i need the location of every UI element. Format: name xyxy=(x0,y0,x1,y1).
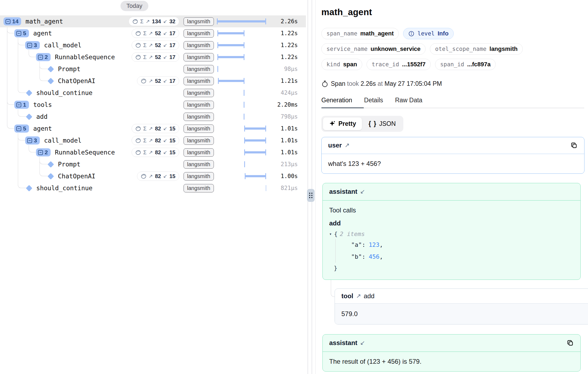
trace-row-math_agent[interactable]: 14math_agentΣ↗134↙32langsmith2.26s xyxy=(0,15,306,27)
span-detail-panel: math_agent span_namemath_agentlevelInfos… xyxy=(315,0,588,374)
meta-pill-level: levelInfo xyxy=(403,28,454,39)
token-usage-pill: ↗52↙17 xyxy=(137,76,179,86)
output-tokens: 17 xyxy=(169,30,175,37)
arrow-up-right-icon: ↗ xyxy=(149,126,153,132)
panel-divider[interactable] xyxy=(306,0,315,374)
duration-label: 1.22s xyxy=(281,51,298,63)
tokens-icon xyxy=(135,31,141,36)
trace-row-call_model[interactable]: 3call_modelΣ↗52↙17langsmith1.22s xyxy=(0,39,306,51)
trace-row-ChatOpenAI[interactable]: ChatOpenAI↗82↙15langsmith1.00s xyxy=(0,170,306,182)
braces-icon: { } xyxy=(368,120,377,127)
duration-label: 1.01s xyxy=(281,134,298,146)
drag-dots-icon xyxy=(309,193,312,198)
divider-line xyxy=(312,0,312,374)
tool-calls-label: Tool calls xyxy=(329,206,574,214)
trace-row-Prompt[interactable]: Promptlangsmith213µs xyxy=(0,158,306,170)
diamond-shape xyxy=(26,185,32,191)
pill-key: span_id xyxy=(440,61,464,68)
tokens-icon xyxy=(135,42,141,48)
leaf-diamond-icon xyxy=(26,114,32,120)
sigma-icon: Σ xyxy=(143,30,146,37)
trace-viewer: Today 14math_agentΣ↗134↙32langsmith2.26s… xyxy=(0,0,588,374)
duration-bar xyxy=(245,173,266,179)
pill-value: ...1552f7 xyxy=(402,61,426,68)
duration-label: 98µs xyxy=(284,63,298,75)
close-brace: } xyxy=(329,263,574,274)
arrow-down-left-icon: ↙ xyxy=(163,54,167,60)
leaf-diamond-icon xyxy=(48,66,54,72)
trace-row-should_continue[interactable]: should_continuelangsmith424µs xyxy=(0,87,306,99)
trace-row-ChatOpenAI[interactable]: ChatOpenAI↗52↙17langsmith1.21s xyxy=(0,75,306,87)
collapse-badge[interactable]: 2 xyxy=(36,148,51,156)
collapse-badge[interactable]: 5 xyxy=(14,124,29,133)
arrow-down-left-icon: ↙ xyxy=(163,42,167,48)
divider-drag-handle[interactable] xyxy=(307,189,315,202)
trace-row-add[interactable]: addlangsmith798µs xyxy=(0,111,306,123)
tokens-icon xyxy=(141,173,146,179)
input-tokens: 52 xyxy=(155,78,161,84)
trace-row-agent[interactable]: 5agentΣ↗52↙17langsmith1.22s xyxy=(0,27,306,39)
took-part: May 27 17:05:04 PM xyxy=(383,80,442,87)
message-header: user ↗ xyxy=(322,137,584,154)
node-label: should_continue xyxy=(36,185,93,192)
tab-generation[interactable]: Generation xyxy=(321,97,352,104)
view-toggle-json[interactable]: { }JSON xyxy=(362,117,402,130)
diamond-shape xyxy=(47,173,54,179)
json-comma: , xyxy=(380,241,383,248)
took-part: took xyxy=(345,80,359,87)
items-count: 2 items xyxy=(340,231,365,237)
token-usage-pill: Σ↗52↙17 xyxy=(132,53,179,62)
duration-tick xyxy=(244,102,244,108)
trace-row-RunnableSequence[interactable]: 2RunnableSequenceΣ↗82↙15langsmith1.01s xyxy=(0,146,306,158)
pill-key: otel_scope_name xyxy=(435,46,486,52)
arrow-down-left-icon: ↙ xyxy=(163,173,167,179)
output-tokens: 17 xyxy=(169,78,175,84)
provider-chip: langsmith xyxy=(184,89,214,97)
message-content: what's 123 + 456? xyxy=(322,154,584,173)
duration-tick xyxy=(217,66,218,72)
collapse-badge[interactable]: 3 xyxy=(25,136,40,145)
trace-row-call_model[interactable]: 3call_modelΣ↗82↙15langsmith1.01s xyxy=(0,134,306,146)
duration-label: 1.22s xyxy=(281,27,298,39)
collapse-badge[interactable]: 1 xyxy=(14,101,29,109)
role-label: user xyxy=(328,142,342,149)
duration-bar xyxy=(217,18,266,24)
node-label: ChatOpenAI xyxy=(58,77,95,84)
trace-row-tools[interactable]: 1toolslangsmith2.20ms xyxy=(0,99,306,111)
trace-row-agent[interactable]: 5agentΣ↗82↙15langsmith1.01s xyxy=(0,123,306,134)
provider-chip: langsmith xyxy=(184,101,214,109)
provider-chip: langsmith xyxy=(184,53,214,61)
node-label: RunnableSequence xyxy=(55,54,115,61)
trace-row-Prompt[interactable]: Promptlangsmith98µs xyxy=(0,63,306,75)
copy-button[interactable] xyxy=(570,142,578,149)
collapse-icon xyxy=(27,138,32,143)
message-card-assistant-final: assistant ↙ The result of (123 + 456) is… xyxy=(322,334,581,372)
trace-row-should_continue[interactable]: should_continuelangsmith821µs xyxy=(0,182,306,194)
span-meta-pills: span_namemath_agentlevelInfoservice_name… xyxy=(321,28,584,70)
leaf-diamond-icon xyxy=(48,78,54,84)
tab-details[interactable]: Details xyxy=(364,97,383,104)
duration-tick xyxy=(244,90,244,96)
pill-row: kindspantrace_id...1552f7span_id...fc897… xyxy=(321,59,584,70)
collapse-badge[interactable]: 5 xyxy=(14,29,29,37)
provider-chip: langsmith xyxy=(184,124,214,133)
trace-row-RunnableSequence[interactable]: 2RunnableSequenceΣ↗52↙17langsmith1.22s xyxy=(0,51,306,63)
child-count: 2 xyxy=(45,54,48,60)
node-label: add xyxy=(36,113,48,120)
leaf-diamond-icon xyxy=(48,173,54,179)
json-value: 456 xyxy=(369,253,380,260)
divider-line xyxy=(308,0,308,374)
collapse-badge[interactable]: 3 xyxy=(25,41,40,49)
collapse-badge[interactable]: 14 xyxy=(4,17,21,25)
duration-label: 1.01s xyxy=(281,123,298,134)
copy-button[interactable] xyxy=(566,339,574,347)
diamond-shape xyxy=(47,66,54,72)
collapse-badge[interactable]: 2 xyxy=(36,53,51,61)
json-collapse-toggle[interactable]: ▾ { 2 items xyxy=(329,229,574,239)
node-label: RunnableSequence xyxy=(55,149,115,156)
duration-label: 1.21s xyxy=(281,75,298,87)
tab-raw-data[interactable]: Raw Data xyxy=(395,97,422,104)
view-toggle-pretty[interactable]: Pretty xyxy=(323,117,362,130)
output-tokens: 32 xyxy=(169,18,175,25)
arrow-up-right-icon: ↗ xyxy=(149,42,153,48)
